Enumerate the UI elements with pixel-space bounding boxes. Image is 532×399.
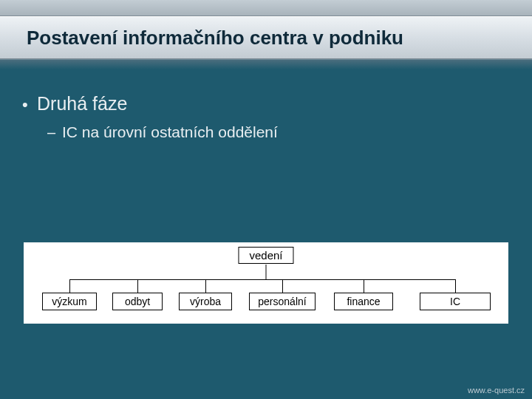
org-leaf-node: personální bbox=[249, 293, 316, 310]
org-horizontal-line bbox=[69, 279, 455, 280]
bullet-line: • Druhá fáze bbox=[22, 93, 510, 115]
org-chart: vedení výzkumodbytvýrobapersonálnífinanc… bbox=[24, 242, 508, 324]
org-leaf-node: IC bbox=[420, 293, 491, 310]
org-drop-line bbox=[69, 279, 70, 293]
org-leaf-node: výroba bbox=[179, 293, 232, 310]
org-leaf-node: odbyt bbox=[112, 293, 163, 310]
slide-title: Postavení informačního centra v podniku bbox=[27, 27, 403, 50]
divider-bar bbox=[0, 59, 532, 69]
window-top-bar bbox=[0, 0, 532, 16]
title-bar: Postavení informačního centra v podniku bbox=[0, 16, 532, 59]
org-drop-line bbox=[282, 279, 283, 293]
org-drop-line bbox=[205, 279, 206, 293]
sub-bullet-text: IC na úrovní ostatních oddělení bbox=[62, 123, 278, 141]
org-drop-line bbox=[137, 279, 138, 293]
bullet-text: Druhá fáze bbox=[37, 93, 127, 115]
org-drop-line bbox=[455, 279, 456, 293]
bullet-dot-icon: • bbox=[22, 97, 37, 113]
org-leaf-node: finance bbox=[334, 293, 393, 310]
footer-url: www.e-quest.cz bbox=[468, 386, 525, 395]
org-top-node: vedení bbox=[238, 247, 293, 264]
org-trunk-line bbox=[266, 265, 267, 279]
org-leaf-node: výzkum bbox=[42, 293, 97, 310]
content-area: • Druhá fáze – IC na úrovní ostatních od… bbox=[0, 69, 532, 141]
org-drop-line bbox=[364, 279, 364, 293]
sub-bullet-line: – IC na úrovní ostatních oddělení bbox=[22, 123, 510, 141]
dash-icon: – bbox=[47, 124, 62, 141]
